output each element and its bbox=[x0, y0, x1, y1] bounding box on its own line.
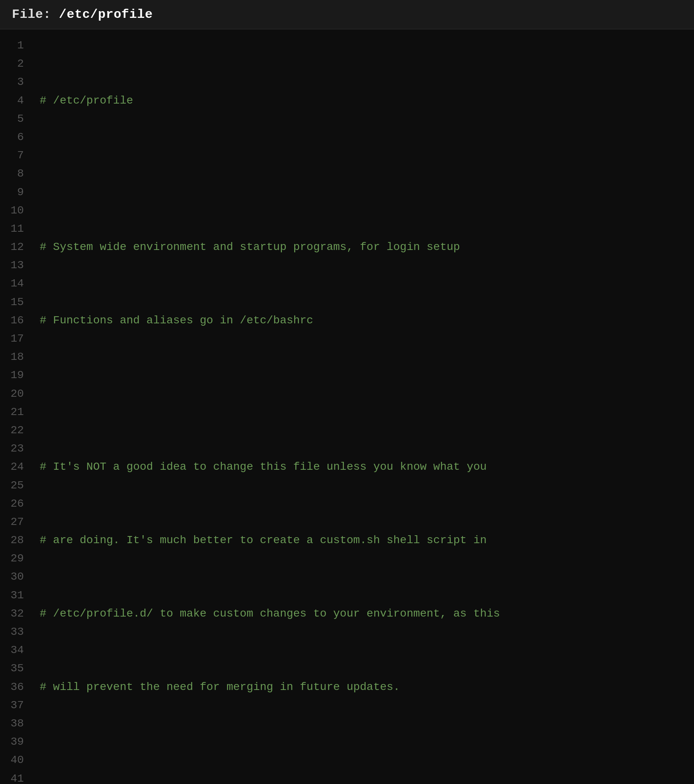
ln-6: 6 bbox=[0, 128, 24, 146]
ln-9: 9 bbox=[0, 183, 24, 202]
ln-23: 23 bbox=[0, 440, 24, 458]
ln-16: 16 bbox=[0, 311, 24, 330]
code-line-6: # It's NOT a good idea to change this fi… bbox=[40, 458, 694, 476]
comment-7: # are doing. It's much better to create … bbox=[40, 534, 487, 546]
code-line-9: # will prevent the need for merging in f… bbox=[40, 678, 694, 696]
ln-29: 29 bbox=[0, 550, 24, 568]
ln-3: 3 bbox=[0, 73, 24, 91]
ln-15: 15 bbox=[0, 293, 24, 311]
ln-11: 11 bbox=[0, 220, 24, 238]
title-prefix: File: bbox=[12, 7, 59, 22]
comment-6: # It's NOT a good idea to change this fi… bbox=[40, 461, 487, 473]
ln-32: 32 bbox=[0, 605, 24, 623]
ln-37: 37 bbox=[0, 696, 24, 715]
code-line-7: # are doing. It's much better to create … bbox=[40, 531, 694, 550]
editor-container: File: /etc/profile 1 2 3 4 5 6 7 8 9 10 … bbox=[0, 0, 694, 784]
ln-17: 17 bbox=[0, 330, 24, 348]
title-filename: /etc/profile bbox=[59, 7, 152, 22]
code-line-4: # Functions and aliases go in /etc/bashr… bbox=[40, 311, 694, 330]
code-line-10 bbox=[40, 751, 694, 769]
ln-34: 34 bbox=[0, 641, 24, 659]
ln-27: 27 bbox=[0, 513, 24, 531]
ln-33: 33 bbox=[0, 623, 24, 641]
ln-35: 35 bbox=[0, 659, 24, 678]
code-line-2 bbox=[40, 165, 694, 183]
ln-2: 2 bbox=[0, 55, 24, 73]
ln-39: 39 bbox=[0, 733, 24, 751]
code-line-1: # /etc/profile bbox=[40, 92, 694, 110]
ln-36: 36 bbox=[0, 678, 24, 696]
code-area: 1 2 3 4 5 6 7 8 9 10 11 12 13 14 15 16 1… bbox=[0, 29, 694, 784]
ln-10: 10 bbox=[0, 202, 24, 220]
ln-5: 5 bbox=[0, 110, 24, 128]
code-line-8: # /etc/profile.d/ to make custom changes… bbox=[40, 605, 694, 623]
ln-28: 28 bbox=[0, 531, 24, 550]
title-bar: File: /etc/profile bbox=[0, 0, 694, 29]
ln-26: 26 bbox=[0, 495, 24, 513]
code-content: # /etc/profile # System wide environment… bbox=[32, 33, 694, 784]
ln-1: 1 bbox=[0, 37, 24, 55]
line-numbers: 1 2 3 4 5 6 7 8 9 10 11 12 13 14 15 16 1… bbox=[0, 33, 32, 784]
code-line-3: # System wide environment and startup pr… bbox=[40, 238, 694, 256]
ln-13: 13 bbox=[0, 256, 24, 275]
ln-31: 31 bbox=[0, 586, 24, 605]
ln-14: 14 bbox=[0, 275, 24, 293]
ln-18: 18 bbox=[0, 348, 24, 366]
ln-20: 20 bbox=[0, 385, 24, 403]
comment-9: # will prevent the need for merging in f… bbox=[40, 681, 400, 693]
ln-8: 8 bbox=[0, 165, 24, 183]
ln-38: 38 bbox=[0, 715, 24, 733]
ln-12: 12 bbox=[0, 238, 24, 256]
ln-41: 41 bbox=[0, 770, 24, 784]
comment-4: # Functions and aliases go in /etc/bashr… bbox=[40, 314, 313, 327]
ln-21: 21 bbox=[0, 403, 24, 421]
code-line-5 bbox=[40, 385, 694, 403]
comment-3: # System wide environment and startup pr… bbox=[40, 241, 460, 253]
ln-4: 4 bbox=[0, 92, 24, 110]
ln-25: 25 bbox=[0, 477, 24, 495]
ln-24: 24 bbox=[0, 458, 24, 476]
ln-19: 19 bbox=[0, 366, 24, 384]
ln-40: 40 bbox=[0, 751, 24, 769]
ln-22: 22 bbox=[0, 421, 24, 440]
comment-1: # /etc/profile bbox=[40, 94, 133, 107]
comment-8: # /etc/profile.d/ to make custom changes… bbox=[40, 607, 500, 620]
ln-7: 7 bbox=[0, 146, 24, 165]
ln-30: 30 bbox=[0, 568, 24, 586]
